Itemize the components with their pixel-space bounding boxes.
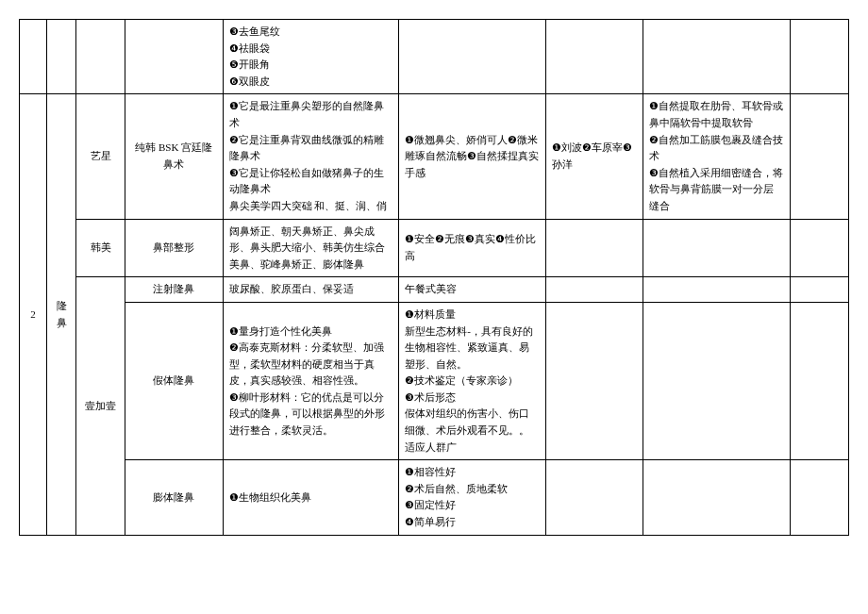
- category-cell: 隆鼻: [47, 94, 76, 535]
- features-cell: ❶安全❷无痕❸真实❹性价比高: [399, 219, 545, 277]
- cell: [47, 20, 76, 94]
- cell: [545, 219, 643, 277]
- cell: [545, 460, 643, 535]
- brand-cell: 壹加壹: [76, 277, 125, 535]
- description-cell: 玻尿酸、胶原蛋白、保妥适: [223, 277, 399, 303]
- cell: [643, 20, 790, 94]
- features-cell: ❶材料质量 新型生态材料-，具有良好的生物相容性、紧致逼真、易塑形、自然。 ❷技…: [399, 302, 545, 459]
- cell-eye-items: ❸去鱼尾纹 ❹祛眼袋 ❺开眼角 ❻双眼皮: [223, 20, 399, 94]
- procedure-name: 纯韩 BSK 宫廷隆鼻术: [125, 94, 223, 219]
- cell: [790, 20, 848, 94]
- table-row: 膨体隆鼻 ❶生物组织化美鼻 ❶相容性好 ❷术后自然、质地柔软 ❸固定性好 ❹简单…: [20, 460, 849, 535]
- description-cell: 阔鼻矫正、朝天鼻矫正、鼻尖成形、鼻头肥大缩小、韩美仿生综合美鼻、驼峰鼻矫正、膨体…: [223, 219, 399, 277]
- cell: [125, 20, 223, 94]
- cell: [643, 302, 790, 459]
- description-cell: ❶生物组织化美鼻: [223, 460, 399, 535]
- procedure-name: 假体隆鼻: [125, 302, 223, 459]
- features-cell: ❶微翘鼻尖、娇俏可人❷微米雕琢自然流畅❸自然揉捏真实手感: [399, 94, 545, 219]
- brand-cell: 艺星: [76, 94, 125, 219]
- cell: [20, 20, 47, 94]
- procedure-table: ❸去鱼尾纹 ❹祛眼袋 ❺开眼角 ❻双眼皮 2 隆鼻 艺星 纯韩 BSK 宫廷隆鼻…: [19, 19, 849, 536]
- table-row: 2 隆鼻 艺星 纯韩 BSK 宫廷隆鼻术 ❶它是最注重鼻尖塑形的自然隆鼻术 ❷它…: [20, 94, 849, 219]
- procedure-name: 膨体隆鼻: [125, 460, 223, 535]
- cell: [643, 219, 790, 277]
- table-row: 壹加壹 注射隆鼻 玻尿酸、胶原蛋白、保妥适 午餐式美容: [20, 277, 849, 303]
- brand-cell: 韩美: [76, 219, 125, 277]
- description-cell: ❶量身打造个性化美鼻 ❷高泰克斯材料：分柔软型、加强型，柔软型材料的硬度相当于真…: [223, 302, 399, 459]
- features-cell: 午餐式美容: [399, 277, 545, 303]
- table-row: 假体隆鼻 ❶量身打造个性化美鼻 ❷高泰克斯材料：分柔软型、加强型，柔软型材料的硬…: [20, 302, 849, 459]
- procedure-name: 注射隆鼻: [125, 277, 223, 303]
- technique-cell: ❶自然提取在肋骨、耳软骨或鼻中隔软骨中提取软骨 ❷自然加工筋膜包裹及缝合技术 ❸…: [643, 94, 790, 219]
- cell: [545, 302, 643, 459]
- doctors-cell: ❶刘波❷车原宰❸孙洋: [545, 94, 643, 219]
- cell: [790, 302, 848, 459]
- table-row: 韩美 鼻部整形 阔鼻矫正、朝天鼻矫正、鼻尖成形、鼻头肥大缩小、韩美仿生综合美鼻、…: [20, 219, 849, 277]
- cell: [399, 20, 545, 94]
- cell: [790, 219, 848, 277]
- features-cell: ❶相容性好 ❷术后自然、质地柔软 ❸固定性好 ❹简单易行: [399, 460, 545, 535]
- procedure-name: 鼻部整形: [125, 219, 223, 277]
- cell: [790, 460, 848, 535]
- cell: [643, 277, 790, 303]
- cell: [545, 20, 643, 94]
- cell: [76, 20, 125, 94]
- description-cell: ❶它是最注重鼻尖塑形的自然隆鼻术 ❷它是注重鼻背双曲线微弧的精雕隆鼻术 ❸它是让…: [223, 94, 399, 219]
- cell: [790, 277, 848, 303]
- cell: [643, 460, 790, 535]
- cell: [545, 277, 643, 303]
- table-row: ❸去鱼尾纹 ❹祛眼袋 ❺开眼角 ❻双眼皮: [20, 20, 849, 94]
- cell: [790, 94, 848, 219]
- index-cell: 2: [20, 94, 47, 535]
